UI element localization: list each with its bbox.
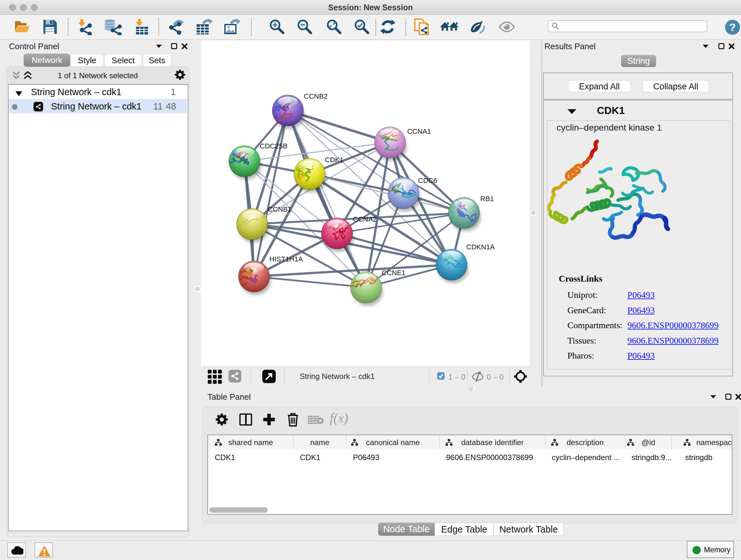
svg-text:CDC25B: CDC25B <box>260 142 287 150</box>
svg-text:CCNA2: CCNA2 <box>353 215 377 223</box>
svg-text:CCNA1: CCNA1 <box>407 127 431 135</box>
svg-text:CDKN1A: CDKN1A <box>466 243 495 251</box>
svg-text:CDC6: CDC6 <box>418 177 437 185</box>
svg-text:CCNB1: CCNB1 <box>268 205 292 213</box>
svg-text:CCNB2: CCNB2 <box>304 92 328 100</box>
svg-text:CCNE1: CCNE1 <box>382 269 406 277</box>
svg-text:CDK1: CDK1 <box>325 156 344 164</box>
svg-text:HIST1H1A: HIST1H1A <box>269 255 303 263</box>
svg-text:RB1: RB1 <box>480 195 494 203</box>
